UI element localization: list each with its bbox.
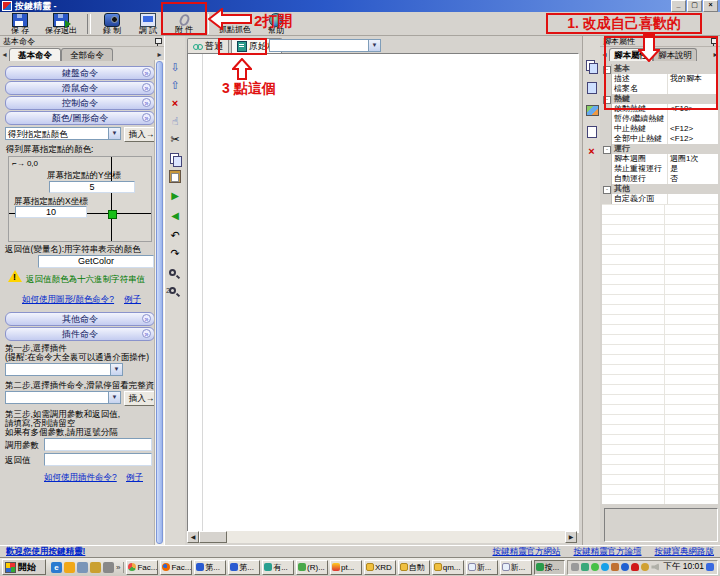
color-command-select[interactable]: 得到指定點顏色 ▼ <box>5 127 121 140</box>
tab-scroll-left-icon[interactable]: ◂ <box>0 49 9 61</box>
new-page-icon[interactable] <box>583 80 600 96</box>
save-exit-button[interactable]: 保存退出 <box>38 12 84 35</box>
color-example-link[interactable]: 例子 <box>124 294 141 306</box>
x-coordinate-label: 屏幕指定點的X坐標 <box>14 196 88 206</box>
debug-button[interactable]: 調 試 <box>130 12 166 35</box>
media-icon[interactable] <box>103 562 114 573</box>
image-icon[interactable] <box>583 102 600 118</box>
editor-hscrollbar[interactable]: ◀ ▶ <box>187 531 577 543</box>
param-field[interactable] <box>44 438 152 451</box>
pin-icon[interactable] <box>710 38 717 45</box>
task-button[interactable]: 有... <box>262 560 294 575</box>
tab-scroll-left-icon[interactable]: ◂ <box>600 49 609 61</box>
return-variable-field[interactable]: GetColor <box>38 255 154 268</box>
tray-icon[interactable] <box>571 563 579 571</box>
copy-icon[interactable] <box>165 150 185 166</box>
scroll-right-icon[interactable]: ▶ <box>565 531 577 543</box>
task-button[interactable]: 自動 <box>398 560 430 575</box>
x-coordinate-field[interactable]: 10 <box>15 206 87 218</box>
app-icon <box>264 563 272 571</box>
tab-scroll-right-icon[interactable]: ▸ <box>711 49 720 61</box>
y-coordinate-field[interactable]: 5 <box>49 181 135 193</box>
tray-icon[interactable] <box>581 563 589 571</box>
blank-page-icon[interactable] <box>583 124 600 140</box>
script-text-area[interactable] <box>187 53 579 533</box>
cut-icon[interactable]: ✂ <box>165 132 185 148</box>
ie-icon[interactable]: e <box>51 562 62 573</box>
hand-tool-icon[interactable]: ☝ <box>165 114 185 130</box>
task-button[interactable]: pt... <box>330 560 362 575</box>
quick-launch-chevron-icon[interactable]: » <box>116 563 120 572</box>
redo-icon[interactable]: ↷ <box>165 246 185 262</box>
tab-script-properties[interactable]: 腳本屬性 <box>609 48 653 61</box>
official-website-link[interactable]: 按鍵精靈官方網站 <box>493 546 561 558</box>
group-keyboard-commands[interactable]: 鍵盤命令» <box>5 66 155 80</box>
tab-script-description[interactable]: 腳本說明 <box>653 48 697 61</box>
minimize-button[interactable]: _ <box>671 0 686 12</box>
tab-all-commands[interactable]: 全部命令 <box>61 48 113 61</box>
task-button[interactable]: 新... <box>500 560 532 575</box>
power-icon[interactable] <box>601 563 609 571</box>
task-button[interactable]: Fac... <box>160 560 192 575</box>
sidebar-scrollbar[interactable] <box>154 60 164 545</box>
tab-normal[interactable]: 普通 <box>187 38 229 53</box>
plugin-example-link[interactable]: 例子 <box>126 472 143 484</box>
color-command-help-link[interactable]: 如何使用圖形/顏色命令? <box>22 294 114 306</box>
tab-basic-commands[interactable]: 基本命令 <box>9 48 61 61</box>
tray-icon[interactable] <box>706 563 714 571</box>
save-button[interactable]: 保 存 <box>2 12 38 35</box>
task-button[interactable]: 新... <box>466 560 498 575</box>
debug-run-icon[interactable]: ◀ <box>165 208 185 224</box>
task-button[interactable]: 第... <box>228 560 260 575</box>
official-forum-link[interactable]: 按鍵精靈官方論壇 <box>574 546 642 558</box>
welcome-link[interactable]: 歡迎您使用按鍵精靈! <box>6 546 85 558</box>
help-button[interactable]: 幫助 <box>258 12 294 35</box>
tray-icon[interactable] <box>611 563 619 571</box>
task-button[interactable]: qm... <box>432 560 464 575</box>
plugin-help-link[interactable]: 如何使用插件命令? <box>44 472 117 484</box>
task-button[interactable]: 第... <box>194 560 226 575</box>
messenger-icon[interactable] <box>591 563 599 571</box>
bluetooth-icon[interactable] <box>621 563 629 571</box>
start-button[interactable]: 開始 <box>2 559 46 575</box>
scrollbar-thumb[interactable] <box>156 61 163 544</box>
show-desktop-icon[interactable] <box>77 562 88 573</box>
find-next-icon[interactable]: 2 <box>165 284 185 300</box>
attachment-button[interactable]: 附 件 <box>166 12 202 35</box>
plugin-return-field[interactable] <box>44 453 152 466</box>
record-button[interactable]: 錄 制 <box>94 12 130 35</box>
capture-point-color-button[interactable]: ☝ 抓點抓色 <box>212 12 258 35</box>
delete-script-icon[interactable]: × <box>583 144 600 160</box>
antivirus-icon[interactable] <box>631 563 639 571</box>
task-button[interactable]: Fac... <box>126 560 158 575</box>
script-select[interactable]: ▼ <box>269 39 381 52</box>
group-mouse-commands[interactable]: 滑鼠命令» <box>5 81 155 95</box>
find-icon[interactable] <box>165 266 185 282</box>
run-icon[interactable]: ▶ <box>165 188 185 204</box>
task-button[interactable]: (R)... <box>296 560 328 575</box>
scroll-left-icon[interactable]: ◀ <box>187 531 199 543</box>
paste-icon[interactable] <box>165 168 185 184</box>
move-down-icon[interactable]: ⇩ <box>165 60 185 76</box>
group-color-graphic-commands[interactable]: 顏色/圖形命令» <box>5 111 155 125</box>
pin-icon[interactable] <box>154 38 161 45</box>
task-button-active[interactable]: 按... <box>534 560 566 575</box>
plugin-command-select[interactable]: ▼ <box>5 391 121 404</box>
pencil-icon[interactable] <box>90 562 101 573</box>
group-plugin-commands[interactable]: 插件命令» <box>5 327 155 341</box>
treasury-online-link[interactable]: 按鍵寶典網路版 <box>655 546 715 558</box>
user-icon[interactable] <box>641 563 649 571</box>
plugin-select[interactable]: ▼ <box>5 363 123 376</box>
group-other-commands[interactable]: 其他命令» <box>5 312 155 326</box>
scrollbar-thumb[interactable] <box>199 531 227 543</box>
duplicate-script-icon[interactable] <box>583 58 600 74</box>
group-control-commands[interactable]: 控制命令» <box>5 96 155 110</box>
volume-icon[interactable] <box>651 563 659 571</box>
task-button[interactable]: XRD <box>364 560 396 575</box>
close-button[interactable]: × <box>703 0 718 12</box>
messenger-icon[interactable] <box>64 562 75 573</box>
delete-icon[interactable]: × <box>165 96 185 112</box>
undo-icon[interactable]: ↶ <box>165 228 185 244</box>
move-up-icon[interactable]: ⇧ <box>165 78 185 94</box>
restore-button[interactable]: ▢ <box>687 0 702 12</box>
